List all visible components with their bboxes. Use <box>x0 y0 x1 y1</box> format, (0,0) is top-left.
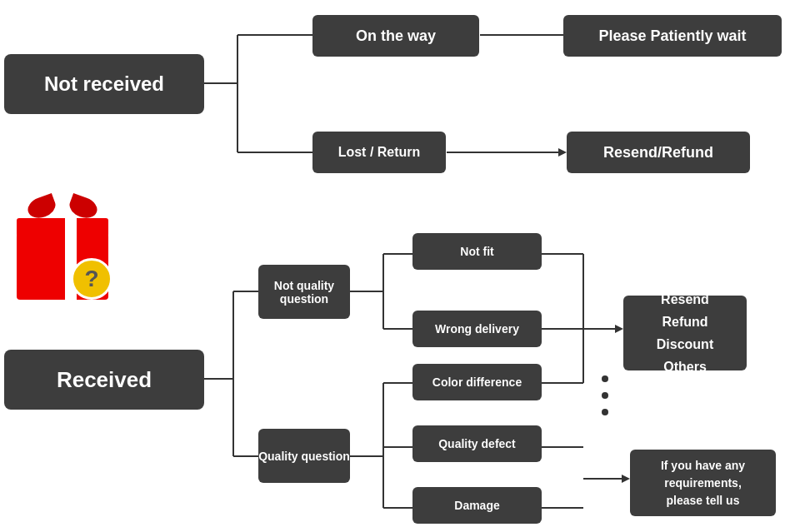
quality-question-box: Quality question <box>258 429 350 483</box>
resend-refund-top-box: Resend/Refund <box>567 132 750 173</box>
on-the-way-box: On the way <box>312 15 479 57</box>
quality-defect-box: Quality defect <box>412 425 542 462</box>
svg-marker-33 <box>615 325 623 333</box>
please-wait-box: Please Patiently wait <box>563 15 782 57</box>
requirements-box: If you have any requirements, please tel… <box>630 450 776 516</box>
damage-box: Damage <box>412 487 542 524</box>
not-quality-box: Not quality question <box>258 265 350 319</box>
question-mark-badge: ? <box>71 258 112 300</box>
not-fit-box: Not fit <box>412 233 542 270</box>
svg-marker-8 <box>558 148 567 157</box>
color-diff-box: Color difference <box>412 364 542 400</box>
wrong-delivery-box: Wrong delivery <box>412 311 542 347</box>
received-box: Received <box>4 350 204 410</box>
svg-marker-38 <box>622 475 630 483</box>
svg-point-35 <box>602 392 608 399</box>
resend-others-box: Resend Refund Discount Others <box>623 296 747 370</box>
lost-return-box: Lost / Return <box>312 132 446 173</box>
gift-icon: ? <box>8 191 117 300</box>
svg-point-36 <box>602 409 608 415</box>
not-received-box: Not received <box>4 54 204 114</box>
diagram: ? Not received On the way Please Patient… <box>0 0 800 532</box>
svg-point-34 <box>602 375 608 382</box>
